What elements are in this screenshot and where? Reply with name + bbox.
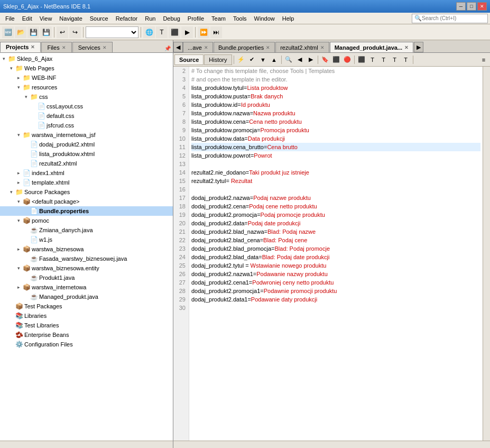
- ed-btn-13[interactable]: T: [390, 54, 400, 65]
- tree-expander-icon[interactable]: ▸: [15, 284, 22, 291]
- tree-item[interactable]: ▸📁WEB-INF: [0, 73, 173, 83]
- ed-btn-14[interactable]: T: [401, 54, 411, 65]
- tree-expander-icon[interactable]: [22, 160, 30, 167]
- tree-item[interactable]: ⚙️Configuration Files: [0, 340, 173, 349]
- menu-view[interactable]: View: [36, 14, 56, 23]
- code-line[interactable]: [191, 160, 480, 168]
- menu-tools[interactable]: Tools: [230, 14, 250, 23]
- search-input[interactable]: [422, 15, 485, 21]
- tree-expander-icon[interactable]: ▾: [15, 264, 22, 272]
- editor-tab-2[interactable]: rezultat2.xhtml ✕: [275, 42, 329, 52]
- tree-expander-icon[interactable]: ▸: [15, 74, 22, 81]
- source-tab-button[interactable]: Source: [174, 54, 204, 65]
- menu-edit[interactable]: Edit: [19, 14, 35, 23]
- ed-bookmark-btn[interactable]: 🔖: [320, 54, 330, 65]
- menu-help[interactable]: Help: [279, 14, 298, 23]
- firefox-button[interactable]: 🌐: [143, 26, 155, 38]
- project-tree[interactable]: ▾📁Sklep_6_Ajax▾📁Web Pages▸📁WEB-INF▾📁reso…: [0, 53, 173, 441]
- ed-btn-4[interactable]: ▲: [269, 54, 280, 65]
- code-line[interactable]: lista_produktow.cena=Cena netto produktu: [191, 117, 480, 126]
- tree-item[interactable]: ▸📄template.xhtml: [0, 178, 173, 187]
- code-line[interactable]: lista_produktow.data=Data produkcji: [191, 134, 480, 143]
- code-line[interactable]: dodaj_produkt2.blad_promocja=Blad: Podaj…: [191, 244, 480, 253]
- tree-item[interactable]: ☕Produkt1.java: [0, 273, 173, 282]
- ed-btn-5[interactable]: ◀: [294, 54, 305, 65]
- tree-item[interactable]: ▾📁Web Pages: [0, 63, 173, 73]
- menu-file[interactable]: File: [2, 14, 18, 23]
- tree-item[interactable]: 📦Test Packages: [0, 301, 173, 311]
- toolbar-btn-7[interactable]: ⏭: [210, 26, 222, 38]
- tree-expander-icon[interactable]: [30, 112, 37, 120]
- tree-item[interactable]: 📄rezultat2.xhtml: [0, 159, 173, 168]
- code-line[interactable]: dodaj_produkt2.blad_data=Blad: Podaj dat…: [191, 253, 480, 261]
- code-line[interactable]: lista_produktow.pusta=Brak danych: [191, 92, 480, 100]
- tree-expander-icon[interactable]: ▾: [15, 198, 22, 205]
- tree-item[interactable]: ☕Managed_produkt.java: [0, 292, 173, 301]
- code-line[interactable]: dodaj_produkt2.nazwa1=Podawanie nazwy pr…: [191, 270, 480, 278]
- maximize-button[interactable]: □: [467, 2, 476, 11]
- tree-expander-icon[interactable]: ▾: [7, 188, 15, 196]
- tree-expander-icon[interactable]: ▾: [15, 131, 22, 139]
- tree-item[interactable]: ▸📦warstwa_internetowa: [0, 282, 173, 292]
- code-line[interactable]: [191, 304, 480, 312]
- tree-expander-icon[interactable]: ▸: [15, 245, 22, 253]
- menu-profile[interactable]: Profile: [184, 14, 207, 23]
- tree-item[interactable]: ▾📦warstwa_biznesowa.entity: [0, 263, 173, 273]
- tree-item[interactable]: ▸📦warstwa_biznesowa: [0, 244, 173, 254]
- panel-pin-button[interactable]: 📌: [162, 44, 173, 52]
- tree-expander-icon[interactable]: [22, 255, 30, 262]
- tab-projects[interactable]: Projects ✕: [0, 42, 41, 52]
- tree-item[interactable]: ▾📁css: [0, 92, 173, 102]
- tree-expander-icon[interactable]: [30, 122, 37, 129]
- tree-expander-icon[interactable]: ▾: [22, 93, 30, 100]
- code-line[interactable]: # To change this template file, choose T…: [191, 67, 480, 75]
- ed-btn-1[interactable]: ⚡: [236, 54, 246, 65]
- tab-files[interactable]: Files ✕: [41, 42, 71, 52]
- menu-source[interactable]: Source: [87, 14, 112, 23]
- ed-btn-6[interactable]: ▶: [306, 54, 316, 65]
- tree-item[interactable]: ☕Zmiana_danych.java: [0, 225, 173, 235]
- tree-item[interactable]: 📄w1.js: [0, 235, 173, 244]
- code-line[interactable]: dodaj_produkt2.cena1=Podwroniej ceny net…: [191, 278, 480, 287]
- tree-expander-icon[interactable]: [7, 322, 15, 329]
- ed-btn-12[interactable]: T: [378, 54, 389, 65]
- editor-tab-1[interactable]: Bundle.properties ✕: [214, 42, 275, 52]
- menu-debug[interactable]: Debug: [160, 14, 183, 23]
- menu-navigate[interactable]: Navigate: [56, 14, 85, 23]
- editor-tab-0[interactable]: ...ave ✕: [183, 42, 213, 52]
- ed-btn-8[interactable]: ⬛: [331, 54, 341, 65]
- tab-files-close[interactable]: ✕: [62, 45, 66, 50]
- tree-expander-icon[interactable]: [7, 303, 15, 310]
- ed-btn-2[interactable]: ✔: [247, 54, 257, 65]
- tab-projects-close[interactable]: ✕: [31, 44, 35, 50]
- ed-btn-3[interactable]: ▼: [258, 54, 269, 65]
- tree-item[interactable]: 📄default.css: [0, 111, 173, 121]
- code-line[interactable]: lista_produktow.promocja=Promocja produk…: [191, 126, 480, 134]
- menu-window[interactable]: Window: [251, 14, 278, 23]
- editor-vscrollbar[interactable]: [483, 67, 490, 441]
- history-tab-button[interactable]: History: [204, 54, 232, 65]
- tree-expander-icon[interactable]: [22, 236, 30, 243]
- code-line[interactable]: dodaj_produkt2.promocja1=Podawnie promoc…: [191, 287, 480, 295]
- editor-hscrollbar[interactable]: [173, 441, 490, 448]
- code-line[interactable]: rezultat2.tytul= Rezultat: [191, 177, 480, 185]
- tree-expander-icon[interactable]: [22, 274, 30, 281]
- tab-scroll-left[interactable]: ◀: [173, 42, 183, 52]
- tree-item[interactable]: ☕Fasada_warstwy_biznesowej.java: [0, 254, 173, 263]
- toolbar-btn-5[interactable]: ⬛: [169, 26, 180, 38]
- editor-tab-2-close[interactable]: ✕: [320, 45, 325, 50]
- code-line[interactable]: dodaj_produkt2.cena=Podaj cene netto pro…: [191, 202, 480, 211]
- code-line[interactable]: lista_produktow.nazwa=Nazwa produktu: [191, 109, 480, 117]
- toolbar-btn-4[interactable]: T: [156, 26, 168, 38]
- code-line[interactable]: dodaj_produkt2.blad_cena=Blad: Podaj cen…: [191, 236, 480, 244]
- tab-services[interactable]: Services ✕: [72, 42, 113, 52]
- code-line[interactable]: dodaj_produkt2.blad_nazwa=Blad: Podaj na…: [191, 227, 480, 236]
- tree-item[interactable]: 📄Bundle.properties: [0, 206, 173, 216]
- ed-btn-10[interactable]: ⬛: [356, 54, 367, 65]
- tree-item[interactable]: ▾📦pomoc: [0, 216, 173, 225]
- tree-expander-icon[interactable]: ▾: [15, 217, 22, 224]
- tree-item[interactable]: 📄cssLayout.css: [0, 102, 173, 111]
- tab-services-close[interactable]: ✕: [103, 45, 107, 50]
- code-line[interactable]: lista_produktow.tytul=Lista produktow: [191, 84, 480, 92]
- tree-item[interactable]: ▾📁warstwa_internetowa_jsf: [0, 130, 173, 140]
